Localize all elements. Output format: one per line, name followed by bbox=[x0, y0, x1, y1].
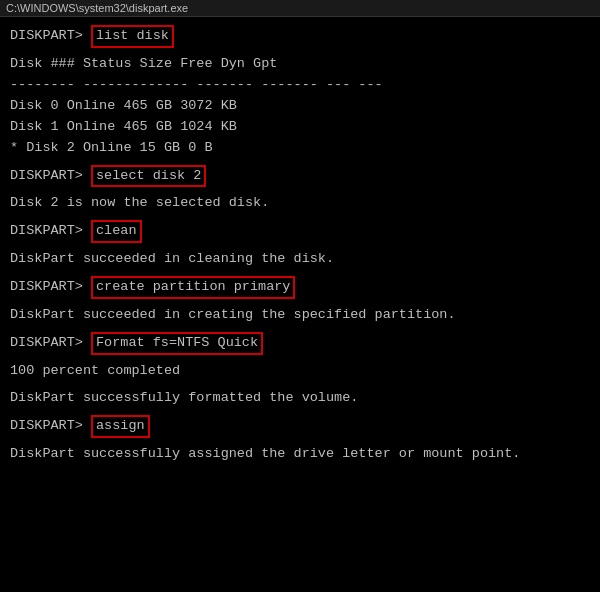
prompt: DISKPART> bbox=[10, 223, 91, 238]
output-text: -------- ------------- ------- ------- -… bbox=[10, 77, 383, 92]
command-highlight: select disk 2 bbox=[91, 165, 206, 188]
terminal-line: DISKPART> create partition primary bbox=[10, 276, 590, 299]
terminal-line: Disk 1 Online 465 GB 1024 KB bbox=[10, 117, 590, 138]
output-text: Disk ### Status Size Free Dyn Gpt bbox=[10, 56, 277, 71]
output-text: Disk 2 is now the selected disk. bbox=[10, 195, 269, 210]
output-text bbox=[10, 270, 590, 274]
output-text: Disk 1 Online 465 GB 1024 KB bbox=[10, 119, 237, 134]
output-text bbox=[10, 299, 590, 303]
output-text bbox=[10, 438, 590, 442]
terminal-line: -------- ------------- ------- ------- -… bbox=[10, 75, 590, 96]
output-text bbox=[10, 159, 590, 163]
terminal-line: DISKPART> assign bbox=[10, 415, 590, 438]
output-text bbox=[10, 243, 590, 247]
terminal-line: Disk ### Status Size Free Dyn Gpt bbox=[10, 54, 590, 75]
output-text: Disk 0 Online 465 GB 3072 KB bbox=[10, 98, 237, 113]
command-highlight: Format fs=NTFS Quick bbox=[91, 332, 263, 355]
output-text bbox=[10, 48, 590, 52]
terminal-line: DiskPart succeeded in creating the speci… bbox=[10, 305, 590, 326]
output-text bbox=[10, 382, 590, 386]
output-text: DiskPart succeeded in creating the speci… bbox=[10, 307, 456, 322]
title-bar: C:\WINDOWS\system32\diskpart.exe bbox=[0, 0, 600, 17]
prompt: DISKPART> bbox=[10, 418, 91, 433]
command-highlight: clean bbox=[91, 220, 142, 243]
terminal-line: Disk 0 Online 465 GB 3072 KB bbox=[10, 96, 590, 117]
output-text bbox=[10, 409, 590, 413]
terminal-line: DISKPART> list disk bbox=[10, 25, 590, 48]
terminal-line: Disk 2 is now the selected disk. bbox=[10, 193, 590, 214]
output-text: * Disk 2 Online 15 GB 0 B bbox=[10, 140, 213, 155]
terminal-line: DISKPART> select disk 2 bbox=[10, 165, 590, 188]
title-text: C:\WINDOWS\system32\diskpart.exe bbox=[6, 2, 188, 14]
terminal-line: DiskPart succeeded in cleaning the disk. bbox=[10, 249, 590, 270]
command-highlight: create partition primary bbox=[91, 276, 295, 299]
output-text: 100 percent completed bbox=[10, 363, 180, 378]
terminal: DISKPART> list disk Disk ### Status Size… bbox=[0, 17, 600, 472]
prompt: DISKPART> bbox=[10, 335, 91, 350]
terminal-line: DiskPart successfully assigned the drive… bbox=[10, 444, 590, 465]
terminal-line: DISKPART> Format fs=NTFS Quick bbox=[10, 332, 590, 355]
output-text: DiskPart successfully formatted the volu… bbox=[10, 390, 358, 405]
output-text: DiskPart succeeded in cleaning the disk. bbox=[10, 251, 334, 266]
prompt: DISKPART> bbox=[10, 168, 91, 183]
output-text bbox=[10, 187, 590, 191]
prompt: DISKPART> bbox=[10, 279, 91, 294]
terminal-line: * Disk 2 Online 15 GB 0 B bbox=[10, 138, 590, 159]
terminal-line: DISKPART> clean bbox=[10, 220, 590, 243]
terminal-line: 100 percent completed bbox=[10, 361, 590, 382]
output-text bbox=[10, 214, 590, 218]
prompt: DISKPART> bbox=[10, 28, 91, 43]
command-highlight: list disk bbox=[91, 25, 174, 48]
output-text bbox=[10, 326, 590, 330]
command-highlight: assign bbox=[91, 415, 150, 438]
terminal-line: DiskPart successfully formatted the volu… bbox=[10, 388, 590, 409]
output-text: DiskPart successfully assigned the drive… bbox=[10, 446, 520, 461]
output-text bbox=[10, 355, 590, 359]
